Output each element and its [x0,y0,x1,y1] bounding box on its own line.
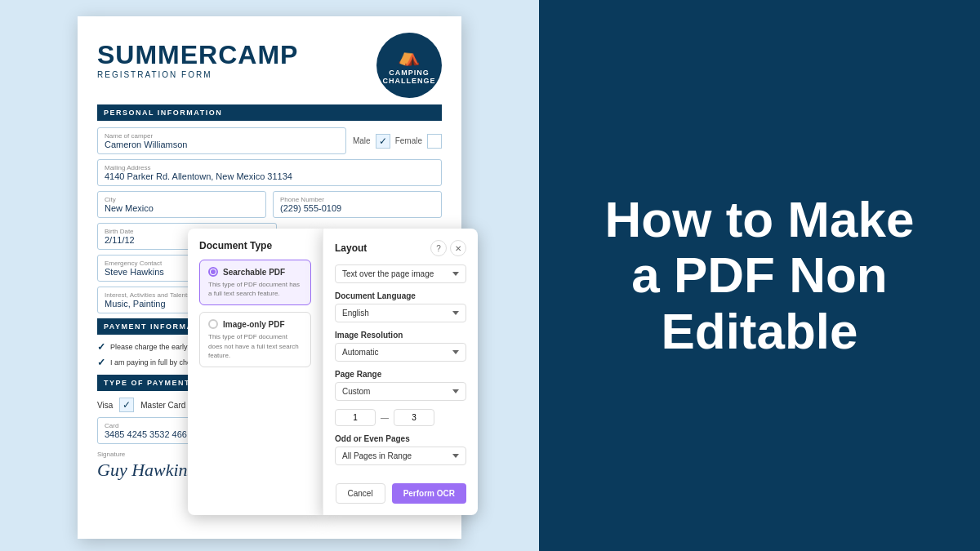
address-label: Mailing Address [105,164,434,171]
image-only-radio [208,319,218,329]
card-value: 3485 4245 3532 466 [105,429,187,439]
layout-select[interactable]: Text over the page image [335,264,466,283]
phone-field: Phone Number (229) 555-0109 [273,191,442,218]
badge-line2: CHALLENGE [383,77,436,85]
image-only-pdf-option[interactable]: Image-only PDF This type of PDF document… [199,312,311,367]
doc-type-title: Document Type [199,240,311,251]
modal-footer: Cancel Perform OCR [335,483,466,504]
odd-even-select[interactable]: All Pages in Range [335,447,466,465]
searchable-radio [208,267,218,277]
language-select[interactable]: English [335,304,466,322]
name-field: Name of camper Cameron Williamson [97,127,346,154]
gender-male-label: Male [353,136,371,145]
page-range-type-select[interactable]: Custom [335,382,466,401]
searchable-option-header: Searchable PDF [208,267,302,277]
emergency-value: Steve Hawkins [105,267,164,277]
image-only-desc: This type of PDF document does not have … [208,332,302,360]
page-from-input[interactable] [335,409,376,426]
check1: ✓ [97,341,105,353]
visa-label: Visa [97,401,113,410]
right-section: How to Make a PDF Non Editable [539,159,980,392]
layout-icons: ? ✕ [430,240,466,256]
layout-panel-header: Layout ? ✕ [335,240,466,256]
close-icon[interactable]: ✕ [450,240,466,256]
form-title: SUMMERCAMP [97,40,298,70]
hero-line1: How to Make [605,192,915,247]
cancel-button[interactable]: Cancel [336,483,385,504]
camping-badge: ⛺ CAMPING CHALLENGE [376,33,442,98]
visa-checkbox: ✓ [119,398,134,412]
name-label: Name of camper [105,132,339,140]
gender-female-checkbox [427,134,442,149]
odd-even-label: Odd or Even Pages [335,434,466,443]
lang-label: Document Language [335,291,466,300]
mastercard-label: Master Card [140,401,185,410]
gender-male-checkbox: ✓ [376,134,390,149]
city-value: New Mexico [105,203,154,213]
city-phone-row: City New Mexico Phone Number (229) 555-0… [97,191,442,218]
name-value: Cameron Williamson [105,140,187,149]
layout-panel: Layout ? ✕ Text over the page image Docu… [323,229,478,515]
form-subtitle: REGISTRATION FORM [97,70,298,79]
badge-icon: ⛺ [398,46,421,67]
gender-female-label: Female [395,136,422,145]
help-icon[interactable]: ? [430,240,447,256]
interests-value: Music, Painting [105,299,166,309]
form-header: SUMMERCAMP REGISTRATION FORM ⛺ CAMPING C… [97,33,442,98]
modal-container: Document Type Searchable PDF This type o… [188,229,478,515]
hero-line2: a PDF Non [605,247,915,303]
resolution-select[interactable]: Automatic [335,343,466,362]
page-to-input[interactable] [394,409,434,426]
hero-line3: Editable [605,304,915,359]
searchable-pdf-option[interactable]: Searchable PDF This type of PDF document… [199,260,311,305]
address-field: Mailing Address 4140 Parker Rd. Allentow… [97,159,442,186]
phone-label: Phone Number [280,196,434,203]
address-value: 4140 Parker Rd. Allentown, New Mexico 31… [105,171,292,181]
check2: ✓ [97,357,105,368]
page-range-row: — [335,409,466,426]
birth-value: 2/11/12 [105,235,135,245]
image-only-option-header: Image-only PDF [208,319,302,329]
page-range-label: Page Range [335,370,466,379]
searchable-label: Searchable PDF [223,268,285,277]
resolution-label: Image Resolution [335,331,466,340]
hero-title: How to Make a PDF Non Editable [605,192,915,359]
name-row: Name of camper Cameron Williamson Male ✓… [97,127,442,154]
badge-line1: CAMPING [389,69,430,77]
image-only-label: Image-only PDF [223,320,285,329]
page-range-dash: — [381,413,389,422]
doc-type-panel: Document Type Searchable PDF This type o… [188,229,323,515]
city-label: City [105,196,259,203]
personal-section-header: PERSONAL INFORMATION [97,104,442,121]
gender-group: Male ✓ Female [353,127,442,154]
left-section: SUMMERCAMP REGISTRATION FORM ⛺ CAMPING C… [0,0,539,551]
address-row: Mailing Address 4140 Parker Rd. Allentow… [97,159,442,186]
searchable-desc: This type of PDF document has a full tex… [208,280,302,298]
phone-value: (229) 555-0109 [280,203,341,213]
ocr-button[interactable]: Perform OCR [392,483,466,504]
layout-title: Layout [335,242,367,254]
city-field: City New Mexico [97,191,266,218]
